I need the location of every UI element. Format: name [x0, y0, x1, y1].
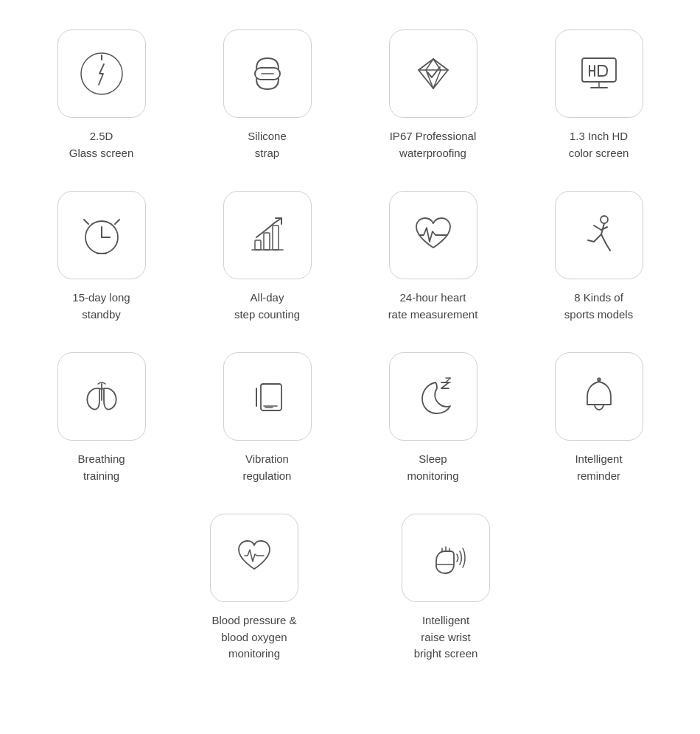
icon-box-silicone-strap — [223, 29, 312, 118]
feature-vibration: Vibrationregulation — [192, 352, 343, 484]
silicone-strap-label: Siliconestrap — [248, 128, 287, 161]
icon-box-hd-screen — [555, 29, 643, 118]
feature-sports: 8 Kinds ofsports models — [523, 191, 674, 323]
waterproofing-label: IP67 Professionalwaterproofing — [390, 128, 477, 161]
standby-label: 15-day longstandby — [72, 290, 130, 323]
feature-waterproofing: IP67 Professionalwaterproofing — [357, 29, 508, 161]
sports-icon — [573, 209, 625, 261]
icon-box-blood-pressure — [210, 514, 298, 602]
waterproofing-icon — [407, 48, 459, 99]
svg-rect-23 — [255, 240, 261, 250]
breathing-label: Breathingtraining — [77, 451, 125, 484]
standby-icon — [76, 209, 127, 261]
icon-box-glass-screen — [57, 29, 146, 118]
svg-marker-4 — [419, 59, 448, 88]
breathing-icon — [76, 371, 127, 422]
step-counting-label: All-daystep counting — [234, 290, 300, 323]
svg-line-31 — [601, 234, 606, 243]
svg-line-8 — [433, 70, 441, 88]
feature-sleep: Sleepmonitoring — [357, 352, 508, 484]
feature-standby: 15-day longstandby — [26, 191, 177, 323]
reminder-label: Intelligentreminder — [575, 451, 622, 484]
sports-label: 8 Kinds ofsports models — [564, 290, 633, 323]
feature-glass-screen: 2.5DGlass screen — [26, 29, 177, 161]
bottom-row: Blood pressure &blood oxygenmonitoring — [26, 514, 674, 663]
raise-wrist-icon — [420, 532, 472, 584]
features-grid: 2.5DGlass screen Siliconestrap — [26, 29, 674, 663]
svg-line-30 — [594, 234, 601, 242]
svg-line-42 — [446, 378, 450, 382]
svg-point-26 — [601, 216, 608, 223]
svg-line-17 — [84, 220, 88, 224]
svg-line-28 — [594, 226, 601, 230]
hd-screen-icon — [573, 48, 625, 99]
icon-box-standby — [57, 191, 146, 279]
feature-blood-pressure: Blood pressure &blood oxygenmonitoring — [210, 514, 298, 663]
blood-pressure-icon — [228, 532, 280, 584]
icon-box-sleep — [389, 352, 477, 441]
silicone-strap-icon — [242, 48, 293, 99]
icon-box-heart-rate — [389, 191, 477, 279]
glass-screen-icon — [76, 48, 127, 99]
icon-box-raise-wrist — [402, 514, 490, 602]
svg-line-39 — [441, 382, 449, 388]
feature-reminder: Intelligentreminder — [523, 352, 674, 484]
glass-screen-label: 2.5DGlass screen — [69, 128, 134, 161]
hd-screen-label: 1.3 Inch HDcolor screen — [569, 128, 629, 161]
svg-line-32 — [588, 240, 594, 242]
feature-breathing: Breathingtraining — [26, 352, 177, 484]
reminder-icon — [573, 371, 625, 422]
svg-line-18 — [115, 220, 119, 224]
heart-rate-icon — [407, 209, 459, 261]
sleep-label: Sleepmonitoring — [407, 451, 458, 484]
vibration-label: Vibrationregulation — [243, 451, 292, 484]
feature-heart-rate: 24-hour heartrate measurement — [357, 191, 508, 323]
feature-silicone-strap: Siliconestrap — [192, 29, 343, 161]
icon-box-breathing — [57, 352, 146, 441]
feature-step-counting: All-daystep counting — [192, 191, 343, 323]
icon-box-step-counting — [223, 191, 312, 279]
icon-box-reminder — [555, 352, 643, 441]
feature-raise-wrist: Intelligentraise wristbright screen — [402, 514, 490, 663]
heart-rate-label: 24-hour heartrate measurement — [388, 290, 478, 323]
vibration-icon — [242, 371, 293, 422]
icon-box-waterproofing — [389, 29, 477, 118]
feature-hd-screen: 1.3 Inch HDcolor screen — [523, 29, 674, 161]
svg-rect-24 — [264, 233, 270, 250]
sleep-icon — [407, 371, 459, 422]
svg-rect-25 — [273, 226, 279, 250]
step-counting-icon — [242, 209, 293, 261]
svg-line-33 — [606, 243, 610, 251]
raise-wrist-label: Intelligentraise wristbright screen — [414, 612, 478, 663]
icon-box-sports — [555, 191, 643, 279]
icon-box-vibration — [223, 352, 312, 441]
blood-pressure-label: Blood pressure &blood oxygenmonitoring — [211, 612, 296, 663]
